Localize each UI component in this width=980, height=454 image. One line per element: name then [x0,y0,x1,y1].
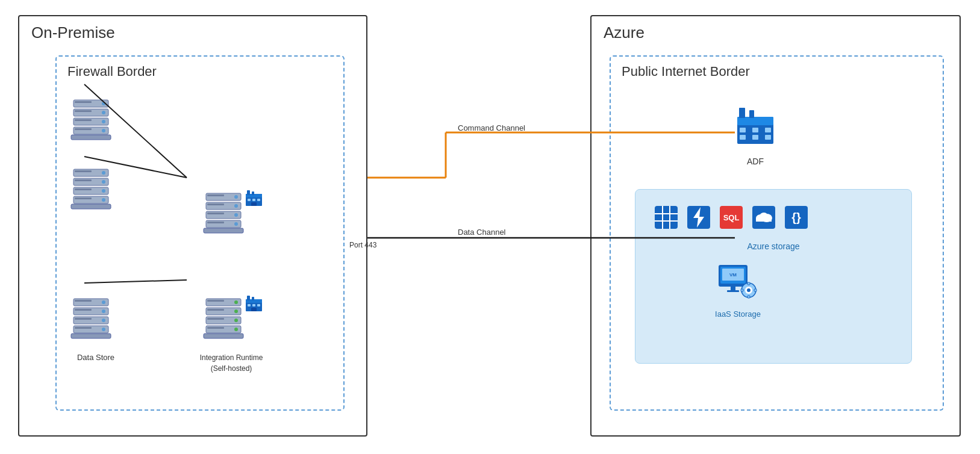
public-internet-border-title: Public Internet Border [622,64,750,79]
integration-runtime-server-2 [201,297,249,345]
svg-rect-49 [207,222,224,223]
svg-rect-54 [247,190,250,195]
svg-rect-78 [252,304,255,306]
svg-point-68 [234,319,238,322]
azure-title: Azure [604,23,644,42]
svg-rect-116 [747,282,750,285]
adf-icon: ADF [731,105,779,166]
on-premise-title: On-Premise [31,23,115,42]
svg-rect-84 [749,110,754,118]
svg-rect-27 [75,300,92,302]
firewall-border-title: Firewall Border [67,64,157,79]
svg-point-8 [102,120,105,123]
svg-rect-40 [207,194,224,196]
svg-rect-72 [204,334,243,338]
svg-point-71 [234,328,238,331]
svg-rect-10 [75,128,92,130]
diagram-container: On-Premise Firewall Border [0,0,980,454]
public-internet-border-box: Public Internet Border [610,55,944,411]
svg-point-24 [102,198,105,202]
adf-label: ADF [731,157,779,166]
svg-rect-87 [765,128,771,132]
svg-text:{}: {} [791,211,801,224]
svg-rect-79 [257,304,260,306]
on-premise-box: On-Premise Firewall Border [18,15,367,437]
svg-rect-118 [741,289,743,291]
svg-rect-58 [257,199,260,201]
svg-rect-4 [75,110,92,112]
svg-rect-7 [75,119,92,121]
svg-rect-46 [207,213,224,214]
svg-point-15 [102,171,105,175]
svg-point-47 [234,213,238,217]
azure-storage-label: Azure storage [635,241,911,252]
svg-rect-86 [752,128,758,132]
svg-rect-33 [75,318,92,320]
port-label: Port 443 [349,241,376,249]
svg-rect-17 [75,179,92,181]
azure-box: Azure Public Internet Border [590,15,961,437]
svg-point-44 [234,204,238,208]
data-store-label: Data Store [66,352,126,362]
svg-rect-38 [71,334,111,338]
svg-rect-61 [207,300,224,302]
svg-text:VM: VM [729,272,737,278]
integration-runtime-label: Integration Runtime(Self-hosted) [192,352,270,373]
svg-rect-55 [252,191,254,195]
svg-rect-119 [754,289,757,291]
azure-storage-inner-box: SQL {} [635,189,912,364]
firewall-border-box: Firewall Border [55,55,345,411]
azure-storage-icons: SQL {} [654,205,809,230]
svg-rect-51 [204,228,243,233]
iaas-storage-icon: VM IaaS Storage [714,259,762,319]
iaas-storage-label: IaaS Storage [714,309,762,319]
svg-text:SQL: SQL [723,213,740,222]
svg-rect-43 [207,204,224,205]
svg-rect-104 [756,218,772,222]
svg-point-21 [102,189,105,193]
svg-rect-64 [207,309,224,311]
svg-rect-90 [765,135,771,140]
svg-rect-110 [731,287,735,290]
svg-rect-67 [207,318,224,320]
svg-rect-23 [75,197,92,199]
svg-rect-88 [740,135,746,140]
svg-rect-56 [248,199,251,201]
command-channel-label: Command Channel [458,123,525,132]
data-store-server-3 [69,297,117,345]
svg-point-31 [102,309,105,313]
svg-point-37 [102,328,105,331]
svg-rect-80 [251,308,257,311]
svg-rect-12 [71,135,111,140]
svg-rect-85 [740,128,746,132]
svg-point-2 [102,102,105,105]
data-store-server-1 [69,99,117,146]
data-channel-label: Data Channel [458,228,506,237]
svg-point-115 [747,288,751,292]
svg-point-28 [102,300,105,304]
svg-point-18 [102,180,105,184]
svg-point-50 [234,222,238,226]
svg-point-41 [234,195,238,199]
svg-rect-59 [251,202,257,206]
svg-rect-111 [727,290,739,292]
svg-rect-57 [252,199,255,201]
svg-rect-77 [248,304,251,306]
svg-point-11 [102,129,105,132]
svg-rect-20 [75,188,92,190]
svg-rect-30 [75,309,92,311]
svg-rect-91 [655,206,678,229]
svg-rect-14 [75,170,92,172]
svg-rect-117 [747,296,750,298]
svg-point-62 [234,300,238,304]
svg-rect-76 [252,297,254,300]
svg-point-65 [234,309,238,313]
svg-rect-89 [752,135,758,140]
svg-rect-83 [739,108,745,118]
svg-rect-75 [247,296,250,300]
svg-rect-25 [71,204,111,209]
svg-rect-70 [207,327,224,329]
svg-point-34 [102,319,105,322]
svg-point-5 [102,111,105,114]
integration-runtime-server [201,192,249,240]
